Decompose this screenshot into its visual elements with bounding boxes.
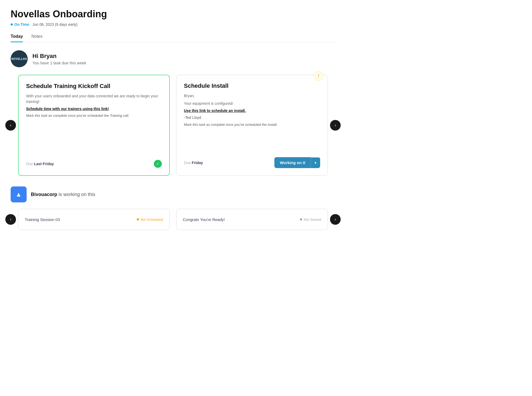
greeting-subtitle: You have 1 task due this week — [32, 61, 86, 65]
tab-today[interactable]: Today — [11, 31, 23, 42]
company-logo: ▲ — [11, 186, 27, 202]
task2-due: Due Friday — [184, 161, 203, 165]
mini-carousel-prev[interactable]: ‹ — [5, 214, 16, 225]
mini-carousel: ‹ Training Session 03 Not Scheduled Cong… — [11, 209, 335, 230]
task-carousel: ‹ Schedule Training Kickoff Call With yo… — [11, 75, 335, 176]
greeting-hi: Hi Bryan — [32, 53, 86, 60]
task1-complete-icon: ✓ — [154, 160, 162, 168]
task2-desc2: Your equipment is configured! — [184, 101, 320, 106]
mini-card-2: Congrats You're Ready! Not Started — [176, 209, 328, 230]
company-working-text: is working on this — [59, 192, 95, 197]
mini-card-2-status-text: Not Started — [304, 218, 321, 222]
mini-card-1: Training Session 03 Not Scheduled — [18, 209, 170, 230]
task-card-1: Schedule Training Kickoff Call With your… — [18, 75, 170, 176]
mini-card-1-label: Training Session 03 — [25, 217, 60, 222]
task1-due-value: Last Friday — [34, 162, 54, 166]
mini-card-1-status-dot — [137, 218, 139, 220]
greeting-section: NOVELLAS Hi Bryan You have 1 task due th… — [11, 50, 335, 67]
task2-due-value: Friday — [192, 161, 203, 165]
mini-cards-row: Training Session 03 Not Scheduled Congra… — [11, 209, 335, 230]
tabs-container: Today Notes — [11, 31, 335, 42]
carousel-prev-button[interactable]: ‹ — [5, 120, 16, 131]
tab-notes[interactable]: Notes — [31, 31, 43, 42]
mini-card-1-status-text: Not Scheduled — [141, 218, 163, 222]
mini-card-2-status-dot — [300, 218, 302, 220]
status-dot — [11, 23, 13, 26]
task2-footer: Due Friday Working on it ▾ — [184, 157, 320, 168]
task2-italic-note: Mark this task as complete once you've s… — [184, 122, 320, 127]
working-on-it-button[interactable]: Working on it — [274, 157, 311, 168]
mini-card-1-status: Not Scheduled — [137, 218, 163, 222]
company-name: Bivouacorp — [31, 192, 57, 197]
task2-author: -Ted Lloyd — [184, 115, 320, 120]
task-card-2: ! Schedule Install Bryan, Your equipment… — [176, 75, 328, 176]
task1-link[interactable]: Schedule time with our trainers using th… — [26, 107, 162, 111]
status-label: On Time — [14, 22, 29, 27]
status-row: On Time Jun 06, 2023 (9 days early) — [11, 22, 335, 27]
task1-due: Due Last Friday — [26, 162, 54, 166]
page-title: Novellas Onboarding — [11, 9, 335, 20]
task1-footer: Due Last Friday ✓ — [26, 160, 162, 168]
status-date: Jun 06, 2023 (9 days early) — [32, 22, 78, 27]
task2-link[interactable]: Use this link to schedule an install. — [184, 109, 320, 113]
task2-warning-icon: ! — [314, 71, 323, 81]
mini-carousel-next[interactable]: › — [330, 214, 341, 225]
status-badge: On Time — [11, 22, 29, 27]
working-on-it-dropdown[interactable]: ▾ — [311, 157, 320, 168]
working-on-it-button-group: Working on it ▾ — [274, 157, 320, 168]
company-section: ▲ Bivouacorp is working on this — [11, 186, 335, 202]
task-cards-row: Schedule Training Kickoff Call With your… — [11, 75, 335, 176]
task1-italic-note: Mark this task as complete once you've s… — [26, 113, 162, 118]
task1-description: With your users onboarded and your data … — [26, 93, 162, 105]
carousel-next-button[interactable]: › — [330, 120, 341, 131]
company-text: Bivouacorp is working on this — [31, 192, 95, 197]
task2-desc1: Bryan, — [184, 93, 320, 99]
mini-card-2-label: Congrats You're Ready! — [183, 217, 225, 222]
greeting-text: Hi Bryan You have 1 task due this week — [32, 53, 86, 65]
task1-title: Schedule Training Kickoff Call — [26, 83, 162, 90]
mini-card-2-status: Not Started — [300, 218, 321, 222]
avatar: NOVELLAS — [11, 50, 28, 67]
task2-title: Schedule Install — [184, 82, 320, 89]
